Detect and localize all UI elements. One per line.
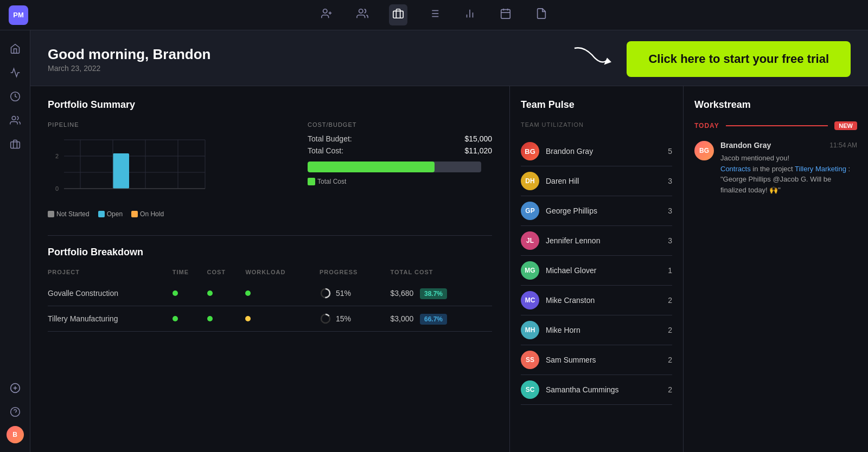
sidebar-help-icon[interactable] (5, 402, 25, 422)
top-nav-icons (317, 4, 551, 25)
on-hold-dot (131, 211, 138, 217)
ws-link2[interactable]: Tillery Marketing (795, 165, 846, 173)
team-row: SCSamantha Cummings2 (521, 375, 672, 405)
team-avatar: MG (521, 261, 539, 280)
free-trial-button[interactable]: Click here to start your free trial (627, 41, 851, 77)
col-progress: PROGRESS (320, 269, 391, 281)
total-cost-cell: $3,000 66.7% (391, 306, 492, 332)
on-hold-label: On Hold (140, 210, 164, 218)
ws-author: Brandon Gray (720, 141, 771, 150)
svg-point-0 (323, 9, 327, 13)
panels: Portfolio Summary PIPELINE (30, 86, 868, 452)
svg-text:0: 0 (55, 185, 59, 192)
table-row: Govalle Construction 51% $3,680 38.7% (48, 281, 492, 306)
total-cost-label: Total Cost: (308, 146, 343, 155)
progress-container: 51% (320, 287, 386, 299)
chart-icon[interactable] (461, 4, 479, 25)
user-avatar[interactable]: B (7, 426, 24, 443)
workload-status-dot (245, 290, 251, 296)
sidebar-projects-icon[interactable] (5, 134, 25, 154)
header-left: Good morning, Brandon March 23, 2022 (48, 46, 210, 73)
col-project: PROJECT (48, 269, 173, 281)
open-label: Open (107, 210, 123, 218)
team-row: DHDaren Hill3 (521, 166, 672, 196)
ws-text-middle: in the project (752, 165, 793, 173)
header-right: Click here to start your free trial (570, 41, 851, 77)
sidebar: B (0, 30, 30, 452)
sidebar-clock-icon[interactable] (5, 87, 25, 106)
team-row: MCMike Cranston2 (521, 286, 672, 315)
col-workload: WORKLOAD (245, 269, 320, 281)
team-utilization-count: 3 (668, 236, 672, 245)
progress-cell: 15% (320, 306, 391, 332)
workstream-title: Workstream (694, 99, 857, 111)
team-utilization-count: 1 (668, 266, 672, 275)
team-avatar: GP (521, 202, 539, 220)
cost-cell (207, 306, 246, 332)
svg-point-3 (359, 9, 363, 13)
time-status-dot (173, 290, 178, 296)
sidebar-activity-icon[interactable] (5, 63, 25, 82)
legend-open: Open (98, 210, 123, 218)
list-icon[interactable] (425, 4, 443, 25)
cost-legend: Total Cost (308, 178, 492, 185)
col-cost: COST (207, 269, 246, 281)
team-utilization-count: 3 (668, 206, 672, 215)
not-started-dot (48, 211, 54, 217)
team-member-name: Daren Hill (546, 177, 668, 185)
breakdown-title: Portfolio Breakdown (48, 247, 492, 258)
calendar-icon[interactable] (496, 4, 515, 25)
portfolio-summary: Portfolio Summary PIPELINE (48, 99, 492, 218)
main-layout: B Good morning, Brandon March 23, 2022 C… (0, 30, 868, 452)
total-budget-row: Total Budget: $15,000 (308, 134, 492, 143)
breakdown-divider (48, 235, 492, 236)
team-avatar: SC (521, 380, 539, 399)
team-utilization-count: 2 (668, 385, 672, 394)
col-time: TIME (173, 269, 207, 281)
total-cost-value: $3,000 (391, 314, 414, 323)
team-utilization-count: 2 (668, 356, 672, 364)
table-row: Tillery Manufacturing 15% $3,000 66.7% (48, 306, 492, 332)
team-member-name: Brandon Gray (546, 147, 668, 156)
team-member-name: Jennifer Lennon (546, 236, 668, 245)
pipeline-section: PIPELINE 2 0 (48, 121, 286, 218)
team-member-name: Mike Cranston (546, 296, 668, 305)
svg-text:2: 2 (55, 153, 59, 159)
people-add-icon[interactable] (317, 4, 336, 25)
total-cost-value: $11,020 (464, 146, 492, 155)
page-title: Good morning, Brandon (48, 46, 210, 63)
team-pulse-panel: Team Pulse TEAM UTILIZATION BGBrandon Gr… (510, 86, 684, 452)
budget-bar-fill (308, 162, 435, 172)
team-member-name: Mike Horn (546, 326, 668, 334)
sidebar-add-icon[interactable] (5, 378, 25, 398)
group-icon[interactable] (353, 4, 372, 25)
sidebar-home-icon[interactable] (5, 39, 25, 59)
svg-point-24 (10, 408, 20, 417)
briefcase-icon[interactable] (389, 4, 407, 25)
cost-legend-dot (308, 178, 315, 185)
cost-status-dot (207, 290, 213, 296)
ws-time: 11:54 AM (829, 141, 857, 149)
ws-link1[interactable]: Contracts (720, 165, 751, 173)
team-avatar: SS (521, 351, 539, 369)
legend-on-hold: On Hold (131, 210, 164, 218)
sidebar-users-icon[interactable] (5, 111, 25, 130)
workload-cell (245, 306, 320, 332)
team-member-name: Samantha Cummings (546, 385, 668, 394)
cost-cell (207, 281, 246, 306)
content-area: Good morning, Brandon March 23, 2022 Cli… (30, 30, 868, 452)
team-avatar: BG (521, 142, 539, 160)
project-name-cell: Govalle Construction (48, 281, 173, 306)
time-cell (173, 306, 207, 332)
ws-avatar: BG (694, 141, 714, 160)
team-utilization-count: 3 (668, 177, 672, 185)
workstream-panel: Workstream TODAY NEW BG Brandon Gray 11:… (684, 86, 868, 452)
new-badge: NEW (834, 121, 857, 130)
progress-badge: 66.7% (420, 314, 447, 325)
team-utilization-label: TEAM UTILIZATION (521, 121, 672, 128)
document-icon[interactable] (532, 4, 551, 25)
col-total-cost: TOTAL COST (391, 269, 492, 281)
app-logo[interactable]: PM (9, 5, 28, 25)
summary-grid: PIPELINE 2 0 (48, 121, 492, 218)
svg-rect-4 (393, 11, 403, 18)
